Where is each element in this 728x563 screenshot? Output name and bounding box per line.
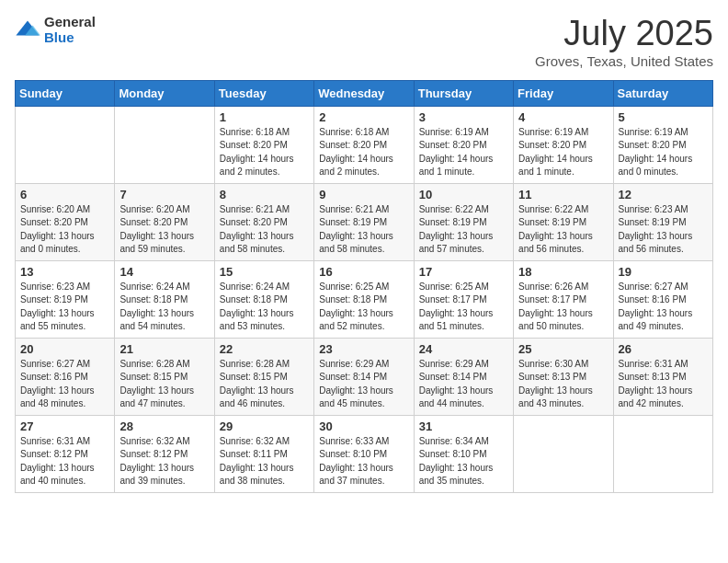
day-info: Sunrise: 6:27 AMSunset: 8:16 PMDaylight:… (20, 358, 109, 411)
calendar-day-cell: 11Sunrise: 6:22 AMSunset: 8:19 PMDayligh… (514, 183, 613, 260)
logo: General Blue (15, 15, 96, 45)
weekday-header: Thursday (414, 80, 513, 106)
location-text: Groves, Texas, United States (535, 53, 713, 69)
calendar-day-cell: 26Sunrise: 6:31 AMSunset: 8:13 PMDayligh… (613, 338, 712, 415)
calendar-day-cell (613, 415, 712, 492)
day-info: Sunrise: 6:25 AMSunset: 8:17 PMDaylight:… (419, 281, 508, 334)
day-number: 22 (220, 342, 309, 356)
calendar-day-cell: 23Sunrise: 6:29 AMSunset: 8:14 PMDayligh… (314, 338, 414, 415)
day-info: Sunrise: 6:21 AMSunset: 8:19 PMDaylight:… (319, 203, 408, 257)
day-info: Sunrise: 6:33 AMSunset: 8:10 PMDaylight:… (319, 435, 408, 488)
day-number: 11 (518, 188, 608, 201)
day-info: Sunrise: 6:18 AMSunset: 8:20 PMDaylight:… (319, 126, 408, 179)
day-number: 7 (119, 188, 209, 201)
calendar-day-cell: 13Sunrise: 6:23 AMSunset: 8:19 PMDayligh… (16, 260, 115, 338)
day-number: 28 (119, 419, 209, 433)
calendar-day-cell: 22Sunrise: 6:28 AMSunset: 8:15 PMDayligh… (214, 338, 313, 415)
day-info: Sunrise: 6:22 AMSunset: 8:19 PMDaylight:… (419, 203, 508, 257)
day-number: 20 (20, 342, 109, 356)
day-number: 4 (518, 110, 608, 124)
day-number: 9 (319, 188, 408, 201)
day-number: 14 (119, 265, 209, 279)
day-number: 16 (319, 265, 408, 279)
weekday-header: Saturday (613, 80, 712, 106)
day-info: Sunrise: 6:28 AMSunset: 8:15 PMDaylight:… (220, 358, 309, 411)
title-block: July 2025 Groves, Texas, United States (535, 15, 713, 69)
calendar-day-cell: 1Sunrise: 6:18 AMSunset: 8:20 PMDaylight… (214, 106, 313, 183)
calendar-day-cell: 19Sunrise: 6:27 AMSunset: 8:16 PMDayligh… (613, 260, 712, 338)
calendar-day-cell (16, 106, 115, 183)
calendar-day-cell: 20Sunrise: 6:27 AMSunset: 8:16 PMDayligh… (16, 338, 115, 415)
day-info: Sunrise: 6:32 AMSunset: 8:11 PMDaylight:… (220, 435, 309, 488)
day-info: Sunrise: 6:24 AMSunset: 8:18 PMDaylight:… (220, 281, 309, 334)
day-info: Sunrise: 6:31 AMSunset: 8:13 PMDaylight:… (619, 358, 708, 411)
calendar-day-cell: 28Sunrise: 6:32 AMSunset: 8:12 PMDayligh… (115, 415, 214, 492)
weekday-header: Wednesday (314, 80, 414, 106)
calendar-day-cell (115, 106, 214, 183)
day-info: Sunrise: 6:25 AMSunset: 8:18 PMDaylight:… (319, 281, 408, 334)
day-info: Sunrise: 6:29 AMSunset: 8:14 PMDaylight:… (319, 358, 408, 411)
month-title: July 2025 (535, 15, 713, 53)
calendar-day-cell: 5Sunrise: 6:19 AMSunset: 8:20 PMDaylight… (613, 106, 712, 183)
calendar-table: SundayMondayTuesdayWednesdayThursdayFrid… (15, 80, 713, 493)
day-info: Sunrise: 6:19 AMSunset: 8:20 PMDaylight:… (419, 126, 508, 179)
day-number: 1 (220, 110, 309, 124)
day-number: 13 (20, 265, 109, 279)
day-number: 25 (518, 342, 608, 356)
weekday-header: Friday (514, 80, 613, 106)
logo-icon (15, 17, 40, 43)
day-number: 24 (419, 342, 508, 356)
day-number: 10 (419, 188, 508, 201)
day-number: 6 (20, 188, 109, 201)
day-number: 2 (319, 110, 408, 124)
day-number: 26 (619, 342, 708, 356)
logo-general-text: General (44, 15, 96, 30)
calendar-day-cell: 18Sunrise: 6:26 AMSunset: 8:17 PMDayligh… (514, 260, 613, 338)
day-number: 5 (619, 110, 708, 124)
calendar-day-cell (514, 415, 613, 492)
day-info: Sunrise: 6:20 AMSunset: 8:20 PMDaylight:… (20, 203, 109, 257)
day-info: Sunrise: 6:28 AMSunset: 8:15 PMDaylight:… (119, 358, 209, 411)
day-number: 12 (619, 188, 708, 201)
day-number: 21 (119, 342, 209, 356)
day-number: 17 (419, 265, 508, 279)
day-info: Sunrise: 6:29 AMSunset: 8:14 PMDaylight:… (419, 358, 508, 411)
day-info: Sunrise: 6:19 AMSunset: 8:20 PMDaylight:… (518, 126, 608, 179)
calendar-day-cell: 30Sunrise: 6:33 AMSunset: 8:10 PMDayligh… (314, 415, 414, 492)
day-info: Sunrise: 6:27 AMSunset: 8:16 PMDaylight:… (619, 281, 708, 334)
day-number: 18 (518, 265, 608, 279)
calendar-day-cell: 10Sunrise: 6:22 AMSunset: 8:19 PMDayligh… (414, 183, 513, 260)
calendar-day-cell: 7Sunrise: 6:20 AMSunset: 8:20 PMDaylight… (115, 183, 214, 260)
day-info: Sunrise: 6:20 AMSunset: 8:20 PMDaylight:… (119, 203, 209, 257)
calendar-day-cell: 29Sunrise: 6:32 AMSunset: 8:11 PMDayligh… (214, 415, 313, 492)
calendar-day-cell: 2Sunrise: 6:18 AMSunset: 8:20 PMDaylight… (314, 106, 414, 183)
calendar-day-cell: 24Sunrise: 6:29 AMSunset: 8:14 PMDayligh… (414, 338, 513, 415)
calendar-day-cell: 27Sunrise: 6:31 AMSunset: 8:12 PMDayligh… (16, 415, 115, 492)
weekday-header: Tuesday (214, 80, 313, 106)
day-number: 8 (220, 188, 309, 201)
day-number: 29 (220, 419, 309, 433)
calendar-day-cell: 31Sunrise: 6:34 AMSunset: 8:10 PMDayligh… (414, 415, 513, 492)
calendar-day-cell: 21Sunrise: 6:28 AMSunset: 8:15 PMDayligh… (115, 338, 214, 415)
calendar-week-row: 6Sunrise: 6:20 AMSunset: 8:20 PMDaylight… (16, 183, 713, 260)
day-info: Sunrise: 6:23 AMSunset: 8:19 PMDaylight:… (619, 203, 708, 257)
calendar-day-cell: 17Sunrise: 6:25 AMSunset: 8:17 PMDayligh… (414, 260, 513, 338)
calendar-day-cell: 4Sunrise: 6:19 AMSunset: 8:20 PMDaylight… (514, 106, 613, 183)
calendar-day-cell: 25Sunrise: 6:30 AMSunset: 8:13 PMDayligh… (514, 338, 613, 415)
calendar-week-row: 1Sunrise: 6:18 AMSunset: 8:20 PMDaylight… (16, 106, 713, 183)
day-info: Sunrise: 6:19 AMSunset: 8:20 PMDaylight:… (619, 126, 708, 179)
calendar-week-row: 13Sunrise: 6:23 AMSunset: 8:19 PMDayligh… (16, 260, 713, 338)
day-info: Sunrise: 6:34 AMSunset: 8:10 PMDaylight:… (419, 435, 508, 488)
calendar-day-cell: 12Sunrise: 6:23 AMSunset: 8:19 PMDayligh… (613, 183, 712, 260)
logo-blue-text: Blue (44, 30, 96, 46)
page-header: General Blue July 2025 Groves, Texas, Un… (15, 15, 713, 69)
calendar-day-cell: 15Sunrise: 6:24 AMSunset: 8:18 PMDayligh… (214, 260, 313, 338)
day-number: 23 (319, 342, 408, 356)
weekday-header-row: SundayMondayTuesdayWednesdayThursdayFrid… (16, 80, 713, 106)
day-info: Sunrise: 6:24 AMSunset: 8:18 PMDaylight:… (119, 281, 209, 334)
day-info: Sunrise: 6:22 AMSunset: 8:19 PMDaylight:… (518, 203, 608, 257)
day-info: Sunrise: 6:26 AMSunset: 8:17 PMDaylight:… (518, 281, 608, 334)
calendar-week-row: 27Sunrise: 6:31 AMSunset: 8:12 PMDayligh… (16, 415, 713, 492)
day-info: Sunrise: 6:30 AMSunset: 8:13 PMDaylight:… (518, 358, 608, 411)
day-info: Sunrise: 6:21 AMSunset: 8:20 PMDaylight:… (220, 203, 309, 257)
